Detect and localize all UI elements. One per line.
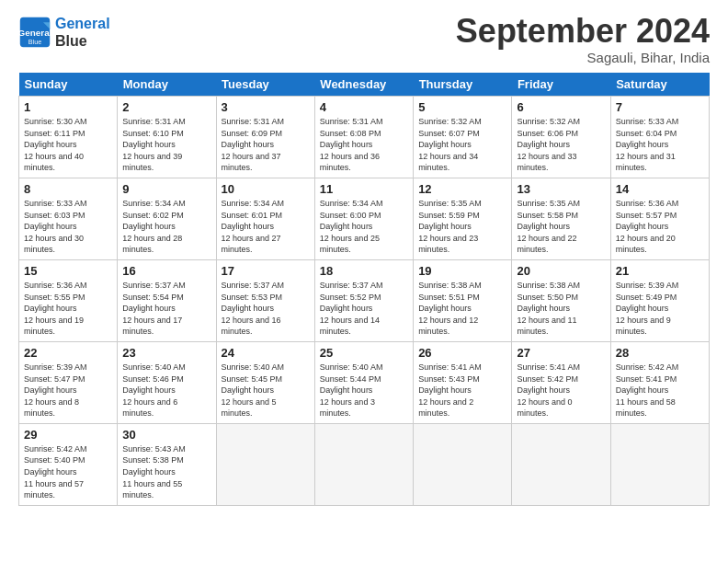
table-row: 25Sunrise: 5:40 AMSunset: 5:44 PMDayligh… bbox=[314, 341, 413, 423]
logo: General Blue GeneralBlue bbox=[18, 15, 110, 50]
table-row: 3Sunrise: 5:31 AMSunset: 6:09 PMDaylight… bbox=[216, 97, 314, 178]
table-row bbox=[512, 423, 610, 505]
day-info: Sunrise: 5:34 AMSunset: 6:02 PMDaylight … bbox=[122, 198, 210, 256]
svg-text:Blue: Blue bbox=[28, 38, 41, 46]
day-info: Sunrise: 5:33 AMSunset: 6:03 PMDaylight … bbox=[24, 198, 112, 256]
table-row: 9Sunrise: 5:34 AMSunset: 6:02 PMDaylight… bbox=[118, 178, 216, 259]
col-monday: Monday bbox=[118, 73, 216, 97]
calendar-week: 1Sunrise: 5:30 AMSunset: 6:11 PMDaylight… bbox=[19, 97, 710, 178]
table-row: 8Sunrise: 5:33 AMSunset: 6:03 PMDaylight… bbox=[19, 178, 118, 259]
day-info: Sunrise: 5:41 AMSunset: 5:42 PMDaylight … bbox=[517, 362, 605, 419]
table-row: 23Sunrise: 5:40 AMSunset: 5:46 PMDayligh… bbox=[118, 341, 216, 423]
day-info: Sunrise: 5:34 AMSunset: 6:00 PMDaylight … bbox=[320, 198, 408, 256]
day-number: 17 bbox=[222, 264, 310, 278]
col-thursday: Thursday bbox=[414, 73, 512, 97]
day-number: 29 bbox=[24, 428, 112, 442]
day-number: 7 bbox=[616, 100, 704, 114]
day-number: 4 bbox=[320, 100, 408, 114]
day-number: 12 bbox=[418, 182, 506, 196]
table-row: 6Sunrise: 5:32 AMSunset: 6:06 PMDaylight… bbox=[512, 97, 610, 178]
day-number: 1 bbox=[24, 100, 112, 114]
day-info: Sunrise: 5:31 AMSunset: 6:10 PMDaylight … bbox=[122, 116, 210, 174]
day-info: Sunrise: 5:33 AMSunset: 6:04 PMDaylight … bbox=[616, 116, 704, 174]
day-info: Sunrise: 5:40 AMSunset: 5:45 PMDaylight … bbox=[222, 362, 310, 419]
day-number: 3 bbox=[222, 100, 310, 114]
day-number: 5 bbox=[418, 100, 506, 114]
svg-text:General: General bbox=[18, 28, 51, 38]
day-info: Sunrise: 5:42 AMSunset: 5:40 PMDaylight … bbox=[24, 443, 112, 501]
header-row: General Blue GeneralBlue September 2024 … bbox=[18, 15, 710, 65]
table-row bbox=[314, 423, 413, 505]
day-info: Sunrise: 5:42 AMSunset: 5:41 PMDaylight … bbox=[616, 362, 704, 419]
calendar-table: Sunday Monday Tuesday Wednesday Thursday… bbox=[18, 73, 710, 506]
table-row: 29Sunrise: 5:42 AMSunset: 5:40 PMDayligh… bbox=[19, 423, 118, 505]
day-number: 2 bbox=[122, 100, 210, 114]
table-row: 18Sunrise: 5:37 AMSunset: 5:52 PMDayligh… bbox=[314, 259, 413, 341]
day-info: Sunrise: 5:32 AMSunset: 6:07 PMDaylight … bbox=[418, 116, 506, 174]
location-subtitle: Sagauli, Bihar, India bbox=[456, 50, 710, 65]
table-row bbox=[216, 423, 314, 505]
table-row: 24Sunrise: 5:40 AMSunset: 5:45 PMDayligh… bbox=[216, 341, 314, 423]
col-tuesday: Tuesday bbox=[216, 73, 314, 97]
day-info: Sunrise: 5:35 AMSunset: 5:59 PMDaylight … bbox=[418, 198, 506, 256]
day-number: 9 bbox=[122, 182, 210, 196]
day-info: Sunrise: 5:41 AMSunset: 5:43 PMDaylight … bbox=[418, 362, 506, 419]
day-info: Sunrise: 5:37 AMSunset: 5:52 PMDaylight … bbox=[320, 280, 408, 338]
table-row: 10Sunrise: 5:34 AMSunset: 6:01 PMDayligh… bbox=[216, 178, 314, 259]
calendar-week: 15Sunrise: 5:36 AMSunset: 5:55 PMDayligh… bbox=[19, 259, 710, 341]
calendar-container: General Blue GeneralBlue September 2024 … bbox=[0, 0, 728, 515]
day-info: Sunrise: 5:40 AMSunset: 5:44 PMDaylight … bbox=[320, 362, 408, 419]
day-number: 22 bbox=[24, 346, 112, 360]
day-number: 27 bbox=[517, 346, 605, 360]
day-number: 23 bbox=[122, 346, 210, 360]
calendar-week: 29Sunrise: 5:42 AMSunset: 5:40 PMDayligh… bbox=[19, 423, 710, 505]
day-info: Sunrise: 5:40 AMSunset: 5:46 PMDaylight … bbox=[122, 362, 210, 419]
day-info: Sunrise: 5:37 AMSunset: 5:53 PMDaylight … bbox=[222, 280, 310, 338]
day-number: 6 bbox=[517, 100, 605, 114]
day-info: Sunrise: 5:30 AMSunset: 6:11 PMDaylight … bbox=[24, 116, 112, 174]
day-number: 26 bbox=[418, 346, 506, 360]
table-row: 13Sunrise: 5:35 AMSunset: 5:58 PMDayligh… bbox=[512, 178, 610, 259]
day-info: Sunrise: 5:31 AMSunset: 6:08 PMDaylight … bbox=[320, 116, 408, 174]
calendar-week: 8Sunrise: 5:33 AMSunset: 6:03 PMDaylight… bbox=[19, 178, 710, 259]
table-row: 28Sunrise: 5:42 AMSunset: 5:41 PMDayligh… bbox=[610, 341, 709, 423]
calendar-week: 22Sunrise: 5:39 AMSunset: 5:47 PMDayligh… bbox=[19, 341, 710, 423]
table-row: 17Sunrise: 5:37 AMSunset: 5:53 PMDayligh… bbox=[216, 259, 314, 341]
day-number: 11 bbox=[320, 182, 408, 196]
table-row: 4Sunrise: 5:31 AMSunset: 6:08 PMDaylight… bbox=[314, 97, 413, 178]
title-block: September 2024 Sagauli, Bihar, India bbox=[456, 15, 710, 65]
table-row: 27Sunrise: 5:41 AMSunset: 5:42 PMDayligh… bbox=[512, 341, 610, 423]
day-number: 15 bbox=[24, 264, 112, 278]
month-title: September 2024 bbox=[456, 15, 710, 48]
day-info: Sunrise: 5:39 AMSunset: 5:49 PMDaylight … bbox=[616, 280, 704, 338]
day-number: 16 bbox=[122, 264, 210, 278]
table-row bbox=[610, 423, 709, 505]
col-friday: Friday bbox=[512, 73, 610, 97]
day-info: Sunrise: 5:38 AMSunset: 5:51 PMDaylight … bbox=[418, 280, 506, 338]
day-number: 10 bbox=[222, 182, 310, 196]
table-row: 2Sunrise: 5:31 AMSunset: 6:10 PMDaylight… bbox=[118, 97, 216, 178]
day-info: Sunrise: 5:36 AMSunset: 5:55 PMDaylight … bbox=[24, 280, 112, 338]
table-row: 30Sunrise: 5:43 AMSunset: 5:38 PMDayligh… bbox=[118, 423, 216, 505]
table-row: 14Sunrise: 5:36 AMSunset: 5:57 PMDayligh… bbox=[610, 178, 709, 259]
logo-icon: General Blue bbox=[18, 16, 51, 49]
day-number: 25 bbox=[320, 346, 408, 360]
col-wednesday: Wednesday bbox=[314, 73, 413, 97]
day-number: 28 bbox=[616, 346, 704, 360]
table-row: 5Sunrise: 5:32 AMSunset: 6:07 PMDaylight… bbox=[414, 97, 512, 178]
day-number: 24 bbox=[222, 346, 310, 360]
day-info: Sunrise: 5:32 AMSunset: 6:06 PMDaylight … bbox=[517, 116, 605, 174]
day-number: 21 bbox=[616, 264, 704, 278]
table-row: 20Sunrise: 5:38 AMSunset: 5:50 PMDayligh… bbox=[512, 259, 610, 341]
day-number: 18 bbox=[320, 264, 408, 278]
table-row: 22Sunrise: 5:39 AMSunset: 5:47 PMDayligh… bbox=[19, 341, 118, 423]
day-info: Sunrise: 5:34 AMSunset: 6:01 PMDaylight … bbox=[222, 198, 310, 256]
table-row: 16Sunrise: 5:37 AMSunset: 5:54 PMDayligh… bbox=[118, 259, 216, 341]
header-row-days: Sunday Monday Tuesday Wednesday Thursday… bbox=[19, 73, 710, 97]
day-info: Sunrise: 5:36 AMSunset: 5:57 PMDaylight … bbox=[616, 198, 704, 256]
table-row: 19Sunrise: 5:38 AMSunset: 5:51 PMDayligh… bbox=[414, 259, 512, 341]
col-sunday: Sunday bbox=[19, 73, 118, 97]
table-row: 15Sunrise: 5:36 AMSunset: 5:55 PMDayligh… bbox=[19, 259, 118, 341]
table-row: 11Sunrise: 5:34 AMSunset: 6:00 PMDayligh… bbox=[314, 178, 413, 259]
table-row bbox=[414, 423, 512, 505]
